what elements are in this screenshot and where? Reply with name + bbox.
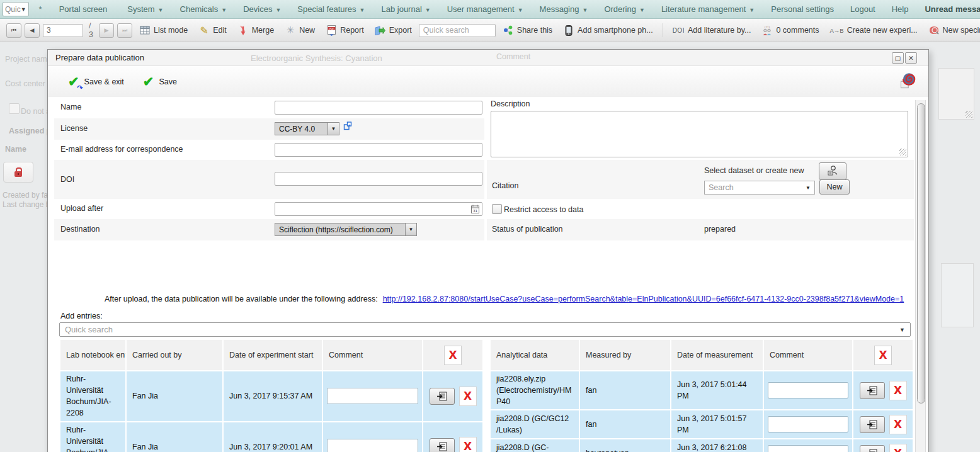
bg-do-not-checkbox xyxy=(9,103,20,114)
license-label: License xyxy=(60,124,88,133)
menu-devices[interactable]: Devices▼ xyxy=(235,0,289,19)
delete-row-button[interactable]: X xyxy=(889,381,907,400)
restrict-access-row: Restrict access to data xyxy=(487,199,914,219)
menu-ordering[interactable]: Ordering▼ xyxy=(596,0,653,19)
citation-row: Citation Select dataset or create new Se… xyxy=(487,160,914,199)
delete-row-button[interactable]: X xyxy=(889,415,907,434)
select-dataset-button[interactable] xyxy=(819,162,846,180)
export-button[interactable]: Export xyxy=(371,23,416,37)
menu-system[interactable]: System▼ xyxy=(119,0,171,19)
dialog-scrollbar[interactable] xyxy=(915,100,926,452)
status-row: Status of publication prepared xyxy=(487,219,914,240)
goto-record-button[interactable] xyxy=(860,382,885,399)
citation-search-select[interactable]: Search ▼ xyxy=(704,181,815,195)
url-note-row: After upload, the data publication will … xyxy=(54,291,914,307)
description-textarea[interactable] xyxy=(491,111,908,157)
chevron-down-icon: ▼ xyxy=(518,7,523,13)
goto-record-button[interactable] xyxy=(430,388,455,405)
row-comment-input[interactable] xyxy=(768,445,848,452)
add-literature-by-doi-button[interactable]: DOI Add literature by... xyxy=(669,25,755,36)
add-entries-combo[interactable]: Quick search ▼ xyxy=(59,322,911,337)
goto-record-button[interactable] xyxy=(860,416,885,433)
upload-after-row: Upload after 31 xyxy=(54,199,484,219)
create-new-experiment-button[interactable]: A→B Create new experi... xyxy=(826,25,921,36)
prepare-data-publication-dialog: Prepare data publication Electroorganic … xyxy=(47,49,929,452)
page-total: / 3 xyxy=(89,21,93,39)
goto-record-button[interactable] xyxy=(430,438,455,452)
url-note-prefix: After upload, the data publication will … xyxy=(105,295,378,303)
dialog-content: Name License CC-BY 4.0 ▼ E-mail address … xyxy=(48,97,928,452)
menu-logout[interactable]: Logout xyxy=(842,0,884,19)
license-select[interactable]: CC-BY 4.0 ▼ xyxy=(275,122,339,135)
menu-lab-journal[interactable]: Lab journal▼ xyxy=(373,0,438,19)
delete-all-icon[interactable]: X xyxy=(874,346,892,365)
delete-row-button[interactable]: X xyxy=(459,387,477,406)
bg-panel-box xyxy=(941,263,974,327)
merge-button[interactable]: Merge xyxy=(234,23,278,37)
email-input[interactable] xyxy=(275,143,482,157)
menu-portal-screen[interactable]: Portal screen xyxy=(51,0,116,19)
next-page-button[interactable]: ▶ xyxy=(99,23,114,38)
chevron-down-icon: ▼ xyxy=(221,7,227,13)
first-page-button[interactable]: ⏮ xyxy=(6,23,21,38)
row-comment-input[interactable] xyxy=(327,439,418,452)
page-number-input[interactable] xyxy=(43,24,83,37)
specimen-icon xyxy=(928,25,940,36)
share-this-button[interactable]: Share this xyxy=(499,23,556,37)
doi-input[interactable] xyxy=(275,172,482,186)
col-header: Comment xyxy=(764,340,852,370)
menu-chemicals[interactable]: Chemicals▼ xyxy=(172,0,236,19)
chevron-down-icon: ▼ xyxy=(806,185,811,191)
save-and-exit-button[interactable]: ✔↷ Save & exit xyxy=(68,75,124,88)
toolbar-quick-search-input[interactable] xyxy=(419,24,496,37)
row-comment-input[interactable] xyxy=(768,382,848,398)
new-specimen-button[interactable]: New specimen xyxy=(925,23,980,37)
menu-special-features[interactable]: Special features▼ xyxy=(289,0,373,19)
upload-after-input[interactable] xyxy=(275,202,482,216)
maximize-button[interactable]: ▢ xyxy=(892,52,904,64)
edit-button[interactable]: ✎ Edit xyxy=(195,23,231,37)
add-smartphone-button[interactable]: Add smartphone ph... xyxy=(559,23,657,37)
restrict-access-checkbox[interactable] xyxy=(492,204,502,214)
delete-row-button[interactable]: X xyxy=(459,437,477,452)
delete-all-icon[interactable]: X xyxy=(444,346,462,365)
publication-url-link[interactable]: http://192.168.2.87:8080/startUseCase?us… xyxy=(383,295,904,303)
new-button[interactable]: ✳ New xyxy=(281,23,319,37)
table-row: jia2208.ely.zip (Electrochemistry/HMP40 … xyxy=(491,371,913,409)
goto-record-button[interactable] xyxy=(860,445,885,452)
destination-label: Destination xyxy=(60,225,100,234)
calendar-icon[interactable]: 31 xyxy=(471,205,479,216)
destination-select[interactable]: Sciflection (https://sciflection.com) ▼ xyxy=(275,223,417,236)
comments-button[interactable]: (?!) 0 comments xyxy=(758,23,823,37)
external-link-icon[interactable] xyxy=(343,121,352,133)
menu-unread-messages[interactable]: Unread messages xyxy=(916,0,980,19)
menu-literature-management[interactable]: Literature management▼ xyxy=(653,0,763,19)
dialog-toolbar: ✔↷ Save & exit ✔ Save xyxy=(48,66,928,98)
main-toolbar: ⏮ ◀ / 3 ▶ ⏭ List mode ✎ Edit Merge ✳ New… xyxy=(0,19,980,42)
name-input[interactable] xyxy=(275,101,482,115)
delete-row-button[interactable]: X xyxy=(889,444,907,452)
menu-user-management[interactable]: User management▼ xyxy=(439,0,532,19)
sparkle-icon: ✳ xyxy=(285,25,296,36)
menu-help[interactable]: Help xyxy=(884,0,917,19)
svg-text:31: 31 xyxy=(473,209,477,213)
report-button[interactable]: PDF Report xyxy=(322,23,368,37)
a-to-b-icon: A→B xyxy=(830,27,844,34)
resize-grip-icon[interactable] xyxy=(899,149,906,155)
quick-access-select[interactable]: Quic ▼ xyxy=(3,2,29,16)
menu-messaging[interactable]: Messaging▼ xyxy=(532,0,596,19)
previous-page-button[interactable]: ◀ xyxy=(25,23,40,38)
list-mode-button[interactable]: List mode xyxy=(135,23,191,37)
scrollbar-thumb[interactable] xyxy=(917,103,925,404)
row-comment-input[interactable] xyxy=(327,388,418,404)
save-button[interactable]: ✔ Save xyxy=(143,75,177,88)
bg-cost-center-label: Cost center xyxy=(5,79,45,88)
favorites-star[interactable]: * xyxy=(39,4,42,14)
last-page-button[interactable]: ⏭ xyxy=(117,23,132,38)
citation-new-button[interactable]: New xyxy=(819,179,850,195)
dialog-titlebar[interactable]: Prepare data publication Electroorganic … xyxy=(48,50,928,66)
status-label: Status of publication xyxy=(492,225,563,234)
close-button[interactable]: ✕ xyxy=(905,52,917,64)
menu-personal-settings[interactable]: Personal settings xyxy=(763,0,842,19)
row-comment-input[interactable] xyxy=(768,416,848,432)
